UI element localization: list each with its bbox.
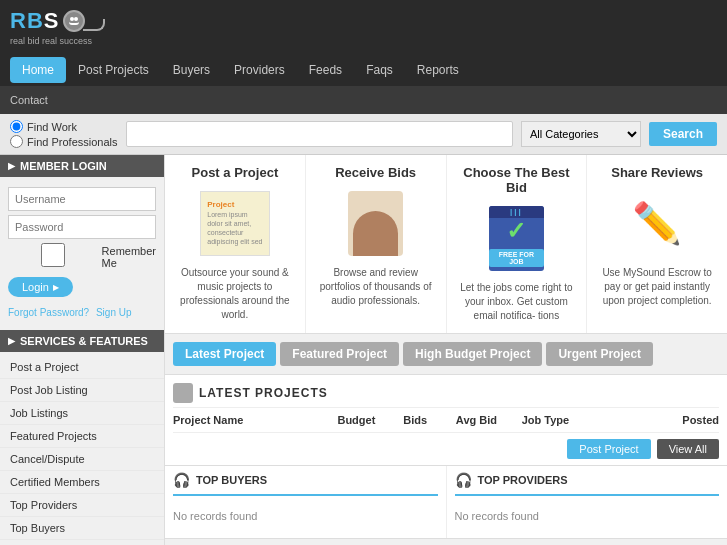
find-work-radio[interactable]: Find Work — [10, 120, 118, 133]
feature-img-choose: ||| ✓ FREE FOR JOB — [481, 203, 551, 273]
find-work-input[interactable] — [10, 120, 23, 133]
view-all-button[interactable]: View All — [657, 439, 719, 459]
top-buyers-empty: No records found — [173, 502, 438, 530]
feature-post-project: Post a Project Project Lorem ipsumdolor … — [165, 155, 306, 333]
feature-title-reviews: Share Reviews — [595, 165, 719, 180]
sidebar-item-top-buyers[interactable]: Top Buyers — [0, 517, 164, 540]
nav-faqs[interactable]: Faqs — [354, 57, 405, 83]
search-bar: Find Work Find Professionals All Categor… — [0, 114, 727, 155]
nav-reports[interactable]: Reports — [405, 57, 471, 83]
latest-projects-title: LATEST PROJECTS — [199, 386, 328, 400]
sidebar-item-job-listings[interactable]: Job Listings — [0, 402, 164, 425]
subnav-contact[interactable]: Contact — [10, 94, 48, 106]
remember-label: Remember Me — [102, 245, 156, 269]
tab-urgent-project[interactable]: Urgent Project — [546, 342, 653, 366]
feature-share-reviews: Share Reviews ✏️ Use MySound Escrow to p… — [587, 155, 727, 333]
tab-high-budget[interactable]: High Budget Project — [403, 342, 542, 366]
col-bids: Bids — [403, 414, 456, 426]
header: RBS real bid real success — [0, 0, 727, 54]
radio-group: Find Work Find Professionals — [10, 120, 118, 148]
login-button[interactable]: Login — [8, 277, 73, 297]
headphone-icon-2: 🎧 — [455, 472, 472, 488]
nav-providers[interactable]: Providers — [222, 57, 297, 83]
logo-tail — [83, 19, 105, 31]
top-providers-title: TOP PROVIDERS — [478, 474, 568, 486]
pencil-icon: ✏️ — [632, 200, 682, 247]
services-header: SERVICES & FEATURES — [0, 330, 164, 352]
feature-choose-bid: Choose The Best Bid ||| ✓ FREE FOR JOB L… — [447, 155, 588, 333]
forgot-link[interactable]: Forgot Password? — [8, 307, 89, 318]
login-box: Remember Me Login — [0, 181, 164, 303]
top-buyers-title: TOP BUYERS — [196, 474, 267, 486]
table-header-row: Project Name Budget Bids Avg Bid Job Typ… — [173, 408, 719, 433]
nav-feeds[interactable]: Feeds — [297, 57, 354, 83]
find-professionals-radio[interactable]: Find Professionals — [10, 135, 118, 148]
content-area: Post a Project Project Lorem ipsumdolor … — [165, 155, 727, 545]
sidebar-menu: Post a Project Post Job Listing Job List… — [0, 356, 164, 545]
main-nav: Home Post Projects Buyers Providers Feed… — [0, 54, 727, 86]
nav-buyers[interactable]: Buyers — [161, 57, 222, 83]
feature-desc-choose: Let the jobs come right to your inbox. G… — [455, 281, 579, 323]
feature-title-bids: Receive Bids — [314, 165, 438, 180]
col-budget: Budget — [337, 414, 403, 426]
category-select[interactable]: All Categories — [521, 121, 641, 147]
remember-me-row: Remember Me — [8, 243, 156, 271]
find-professionals-label: Find Professionals — [27, 136, 118, 148]
top-buyers-header: 🎧 TOP BUYERS — [173, 466, 438, 496]
logo-tagline: real bid real success — [10, 36, 105, 46]
post-project-button[interactable]: Post Project — [567, 439, 650, 459]
latest-projects-section: LATEST PROJECTS Project Name Budget Bids… — [165, 375, 727, 466]
col-job-type: Job Type — [522, 414, 621, 426]
sidebar-item-affiliate[interactable]: Affiliate Program — [0, 540, 164, 545]
post-project-image: Project Lorem ipsumdolor sit amet,consec… — [200, 191, 270, 256]
headphone-icon: 🎧 — [173, 472, 190, 488]
find-professionals-input[interactable] — [10, 135, 23, 148]
logo-face-icon — [63, 10, 85, 32]
search-button[interactable]: Search — [649, 122, 717, 146]
feature-receive-bids: Receive Bids Browse and review portfolio… — [306, 155, 447, 333]
col-project-name: Project Name — [173, 414, 337, 426]
sub-nav: Contact — [0, 86, 727, 114]
feature-boxes: Post a Project Project Lorem ipsumdolor … — [165, 155, 727, 334]
sidebar-item-top-providers[interactable]: Top Providers — [0, 494, 164, 517]
logo-area: RBS real bid real success — [10, 8, 105, 46]
forgot-password-link: Forgot Password? Sign Up — [0, 303, 164, 322]
username-input[interactable] — [8, 187, 156, 211]
project-tabs: Latest Project Featured Project High Bud… — [165, 334, 727, 375]
categories-bar: web Legal and Financial Civil and Constr… — [165, 539, 727, 545]
feature-title-post: Post a Project — [173, 165, 297, 180]
find-work-label: Find Work — [27, 121, 77, 133]
remember-checkbox[interactable] — [8, 243, 98, 267]
sidebar-item-featured[interactable]: Featured Projects — [0, 425, 164, 448]
top-providers-header: 🎧 TOP PROVIDERS — [455, 466, 720, 496]
feature-title-choose: Choose The Best Bid — [455, 165, 579, 195]
password-input[interactable] — [8, 215, 156, 239]
nav-post-projects[interactable]: Post Projects — [66, 57, 161, 83]
sidebar: MEMBER LOGIN Remember Me Login Forgot Pa… — [0, 155, 165, 545]
nav-home[interactable]: Home — [10, 57, 66, 83]
latest-projects-header: LATEST PROJECTS — [173, 375, 719, 408]
sidebar-item-post-job[interactable]: Post Job Listing — [0, 379, 164, 402]
bottom-panels: 🎧 TOP BUYERS No records found 🎧 TOP PROV… — [165, 466, 727, 539]
logo-text: RBS — [10, 8, 59, 34]
sidebar-item-post-project[interactable]: Post a Project — [0, 356, 164, 379]
search-input[interactable] — [126, 121, 513, 147]
tab-featured-project[interactable]: Featured Project — [280, 342, 399, 366]
post-project-text: Project Lorem ipsumdolor sit amet,consec… — [203, 196, 266, 251]
col-avg-bid: Avg Bid — [456, 414, 522, 426]
table-action-row: Post Project View All — [173, 433, 719, 465]
tab-latest-project[interactable]: Latest Project — [173, 342, 276, 366]
top-providers-empty: No records found — [455, 502, 720, 530]
feature-img-reviews: ✏️ — [622, 188, 692, 258]
latest-projects-icon — [173, 383, 193, 403]
top-buyers-panel: 🎧 TOP BUYERS No records found — [165, 466, 447, 538]
feature-img-bids — [341, 188, 411, 258]
sidebar-item-certified[interactable]: Certified Members — [0, 471, 164, 494]
feature-desc-post: Outsource your sound & music projects to… — [173, 266, 297, 322]
top-providers-panel: 🎧 TOP PROVIDERS No records found — [447, 466, 728, 538]
signup-link[interactable]: Sign Up — [96, 307, 132, 318]
member-login-header: MEMBER LOGIN — [0, 155, 164, 177]
sidebar-item-cancel[interactable]: Cancel/Dispute — [0, 448, 164, 471]
feature-img-post: Project Lorem ipsumdolor sit amet,consec… — [200, 188, 270, 258]
feature-desc-reviews: Use MySound Escrow to pay or get paid in… — [595, 266, 719, 308]
